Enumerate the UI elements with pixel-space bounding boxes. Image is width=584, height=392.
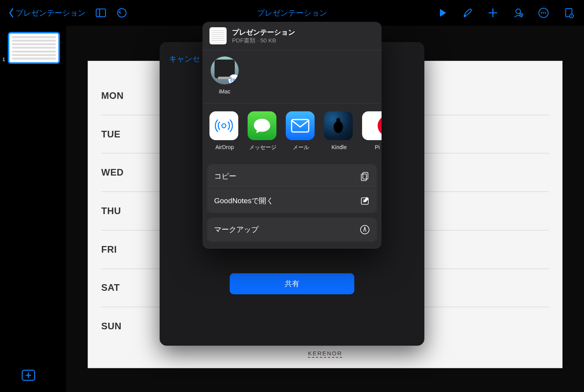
day-label: TUE	[101, 129, 160, 140]
slide-footer-label: KERENOR	[308, 350, 342, 358]
day-label: THU	[101, 206, 160, 216]
action-markup[interactable]: マークアップ	[207, 218, 377, 242]
share-app-label: AirDrop	[209, 144, 240, 150]
messages-icon	[248, 111, 276, 140]
back-button[interactable]: プレゼンテーション	[8, 7, 86, 18]
cancel-button[interactable]: キャンセ	[169, 54, 200, 64]
share-actions: コピー GoodNotesで開く マークアップ	[202, 164, 382, 249]
svg-point-19	[233, 79, 235, 81]
svg-point-10	[543, 12, 544, 14]
svg-rect-0	[96, 9, 106, 17]
svg-rect-22	[363, 172, 368, 179]
svg-point-20	[222, 124, 226, 128]
slide-thumbnail[interactable]: 1	[8, 32, 63, 64]
airdrop-icon	[209, 111, 238, 140]
document-title[interactable]: プレゼンテーション	[257, 8, 327, 18]
action-label: マークアップ	[214, 225, 259, 235]
share-app-label: Kindle	[324, 144, 354, 150]
markup-icon	[360, 225, 370, 235]
airdrop-target-label: iMac	[209, 88, 240, 95]
action-goodnotes[interactable]: GoodNotesで開く	[207, 188, 377, 213]
copy-icon	[360, 171, 370, 181]
mail-icon	[286, 111, 315, 140]
share-app-messages[interactable]: メッセージ	[248, 111, 278, 151]
open-in-icon	[360, 196, 370, 206]
action-copy[interactable]: コピー	[207, 164, 377, 188]
share-sheet: プレゼンテーション PDF書類 · 50 KB iMac AirDrop メッセ…	[202, 22, 382, 249]
day-label: WED	[101, 167, 160, 178]
pinterest-icon	[362, 111, 382, 140]
document-settings-icon[interactable]	[563, 7, 575, 19]
play-icon[interactable]	[436, 7, 448, 19]
back-label: プレゼンテーション	[16, 8, 86, 18]
share-doc-name: プレゼンテーション	[232, 28, 295, 37]
kindle-icon	[324, 111, 353, 140]
format-brush-icon[interactable]	[462, 7, 473, 19]
share-header: プレゼンテーション PDF書類 · 50 KB	[202, 22, 382, 50]
share-doc-meta: PDF書類 · 50 KB	[232, 37, 295, 44]
svg-point-11	[545, 12, 546, 14]
day-label: MON	[101, 90, 160, 101]
action-label: GoodNotesで開く	[214, 196, 274, 206]
airdrop-target-imac[interactable]: iMac	[209, 56, 240, 95]
navigator-toggle-icon[interactable]	[95, 7, 107, 19]
slide-navigator: 1	[0, 26, 66, 392]
svg-point-9	[541, 12, 542, 14]
add-slide-button[interactable]	[21, 369, 35, 383]
action-label: コピー	[214, 171, 236, 181]
share-app-label: メール	[286, 144, 316, 151]
share-app-mail[interactable]: メール	[286, 111, 316, 151]
undo-icon[interactable]	[116, 7, 128, 19]
document-thumbnail-icon	[209, 27, 227, 44]
share-app-label: Pi	[362, 144, 382, 150]
share-button[interactable]: 共有	[230, 273, 354, 294]
plus-icon[interactable]	[487, 7, 499, 19]
day-label: SAT	[101, 282, 160, 293]
svg-point-6	[516, 9, 521, 14]
slide-number: 1	[2, 56, 5, 62]
svg-point-3	[464, 15, 466, 17]
svg-rect-23	[361, 174, 366, 181]
svg-point-25	[361, 225, 369, 234]
svg-point-15	[571, 16, 572, 17]
share-app-kindle[interactable]: Kindle	[324, 111, 354, 151]
svg-rect-21	[292, 120, 309, 132]
collaborate-icon[interactable]	[512, 7, 524, 19]
share-app-pinterest[interactable]: Pi	[362, 111, 382, 151]
share-apps: AirDrop メッセージ メール Kindle Pi	[202, 104, 382, 160]
day-label: SUN	[101, 321, 160, 332]
share-app-label: メッセージ	[248, 144, 278, 151]
more-icon[interactable]	[538, 7, 549, 19]
day-label: FRI	[101, 244, 160, 255]
airdrop-targets: iMac	[202, 50, 382, 103]
share-app-airdrop[interactable]: AirDrop	[209, 111, 240, 151]
svg-point-2	[118, 9, 126, 17]
